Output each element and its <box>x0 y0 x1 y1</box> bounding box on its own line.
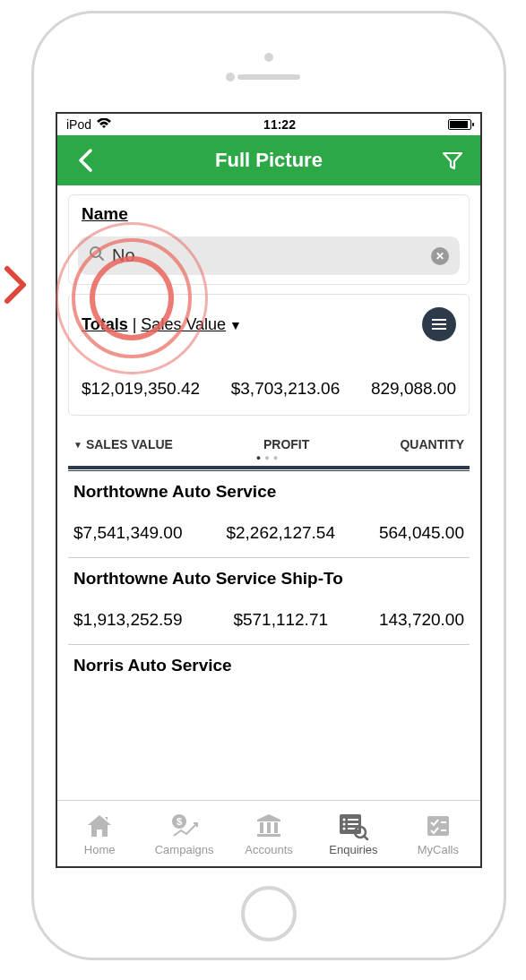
column-sales-value[interactable]: ▼SALES VALUE <box>73 437 173 451</box>
svg-point-13 <box>343 828 346 830</box>
svg-point-11 <box>343 823 346 826</box>
totals-card: Totals | Sales Value▼ $12,019,350.42 $3,… <box>68 294 470 416</box>
enquiries-icon <box>337 811 369 841</box>
home-button[interactable] <box>241 886 297 941</box>
row-name: Northtowne Auto Service Ship-To <box>73 569 464 589</box>
mycalls-icon <box>424 811 453 841</box>
column-quantity[interactable]: QUANTITY <box>400 437 464 451</box>
svg-text:$: $ <box>177 816 182 827</box>
column-profit[interactable]: PROFIT <box>263 437 309 451</box>
campaigns-icon: $ <box>168 811 201 841</box>
row-divider <box>68 644 470 645</box>
svg-rect-10 <box>348 819 358 821</box>
svg-rect-6 <box>274 822 278 833</box>
row-profit: $571,112.71 <box>233 610 328 630</box>
screen: iPod 11:22 Full Picture Name <box>56 112 482 868</box>
totals-metric: Sales Value <box>141 315 226 333</box>
search-icon <box>89 245 105 266</box>
svg-rect-17 <box>427 816 449 836</box>
row-sales-value: $7,541,349.00 <box>73 523 183 543</box>
tab-label: MyCalls <box>418 843 459 856</box>
tab-label: Accounts <box>245 843 292 856</box>
tab-mycalls[interactable]: MyCalls <box>396 811 480 856</box>
clock: 11:22 <box>263 117 296 132</box>
carrier-label: iPod <box>66 117 91 132</box>
row-sales-value: $1,913,252.59 <box>73 610 183 630</box>
content-area: Name ✕ Totals | Sales Value▼ <box>57 185 480 683</box>
tab-bar: Home $ Campaigns Accounts Enquiries <box>57 800 480 866</box>
menu-button[interactable] <box>422 307 456 341</box>
row-quantity: 143,720.00 <box>379 610 464 630</box>
divider-thin <box>68 470 470 471</box>
table-row[interactable]: Northtowne Auto Service $7,541,349.00 $2… <box>68 478 470 550</box>
section-label: Name <box>69 195 469 231</box>
filter-button[interactable] <box>439 147 466 174</box>
svg-line-16 <box>364 836 367 839</box>
totals-sales-value: $12,019,350.42 <box>82 379 200 399</box>
camera-dot <box>264 53 273 62</box>
status-bar: iPod 11:22 <box>57 114 480 135</box>
svg-rect-7 <box>257 834 280 837</box>
phone-frame: iPod 11:22 Full Picture Name <box>31 11 506 960</box>
tab-campaigns[interactable]: $ Campaigns <box>142 811 226 856</box>
home-icon <box>84 811 115 841</box>
clear-search-button[interactable]: ✕ <box>431 247 449 265</box>
annotation-arrow <box>4 265 30 308</box>
wifi-icon <box>97 118 111 132</box>
row-divider <box>68 557 470 558</box>
svg-rect-5 <box>267 822 271 833</box>
divider-thick <box>68 466 470 469</box>
chevron-down-icon: ▼ <box>229 318 242 332</box>
search-input[interactable] <box>112 245 424 266</box>
pager-dots: ●●● <box>68 453 470 462</box>
totals-values: $12,019,350.42 $3,703,213.06 829,088.00 <box>82 379 456 399</box>
tab-home[interactable]: Home <box>57 811 142 856</box>
tab-enquiries[interactable]: Enquiries <box>311 811 395 856</box>
battery-icon <box>448 119 471 130</box>
page-title: Full Picture <box>99 149 439 172</box>
totals-title[interactable]: Totals | Sales Value▼ <box>82 315 242 334</box>
totals-profit: $3,703,213.06 <box>231 379 341 399</box>
sort-desc-icon: ▼ <box>73 440 82 450</box>
table-row[interactable]: Norris Auto Service <box>68 652 470 683</box>
svg-rect-12 <box>348 823 358 825</box>
accounts-icon <box>254 811 284 841</box>
row-name: Norris Auto Service <box>73 656 464 675</box>
svg-line-1 <box>99 256 103 260</box>
app-header: Full Picture <box>57 135 480 185</box>
back-button[interactable] <box>72 147 99 174</box>
tab-label: Campaigns <box>155 843 214 856</box>
tab-label: Enquiries <box>329 843 377 856</box>
name-search-card: Name ✕ <box>68 194 470 285</box>
tab-accounts[interactable]: Accounts <box>227 811 311 856</box>
sensor-dot <box>226 73 235 82</box>
svg-rect-4 <box>260 822 263 833</box>
row-quantity: 564,045.00 <box>379 523 464 543</box>
table-row[interactable]: Northtowne Auto Service Ship-To $1,913,2… <box>68 565 470 637</box>
svg-point-9 <box>343 819 346 821</box>
tab-label: Home <box>84 843 116 856</box>
row-name: Northtowne Auto Service <box>73 482 464 502</box>
search-bar[interactable]: ✕ <box>78 236 460 275</box>
row-profit: $2,262,127.54 <box>226 523 335 543</box>
totals-quantity: 829,088.00 <box>371 379 456 399</box>
speaker-slot <box>237 74 300 80</box>
totals-label: Totals <box>82 315 128 333</box>
